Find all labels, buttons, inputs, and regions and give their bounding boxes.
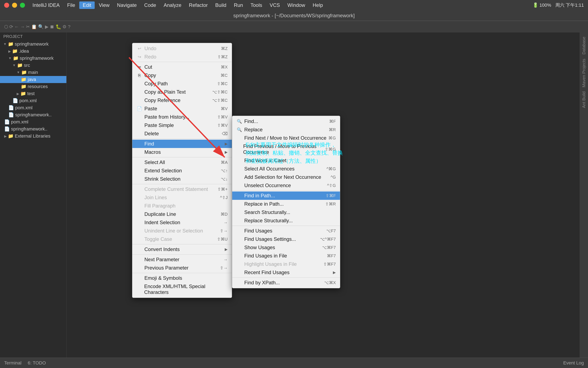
menu-item-unindent-line[interactable]: Unindent Line or Selection ⇧→	[132, 227, 232, 235]
close-button[interactable]	[4, 3, 9, 8]
menu-item-paste-history[interactable]: Paste from History... ⇧⌘V	[132, 113, 232, 121]
menu-item-indent-selection[interactable]: Indent Selection →	[132, 218, 232, 227]
sidebar-item-main[interactable]: ▼ 📁 main	[0, 69, 66, 76]
menu-item-copy[interactable]: ⎘ Copy ⌘C	[132, 71, 232, 80]
sidebar-item-springframework2[interactable]: ▼ 📁 springframework	[0, 55, 66, 62]
sidebar-item-src[interactable]: ▼ 📁 src	[0, 62, 66, 69]
menu-item-select-all[interactable]: Select All ⌘A	[132, 158, 232, 166]
sidebar-item-springframework-iml[interactable]: 📄 springframework..	[0, 126, 66, 133]
menu-file[interactable]: File	[64, 1, 79, 9]
battery-indicator: 🔋 100%	[533, 2, 551, 8]
find-menu-item-recent-find[interactable]: Recent Find Usages ▶	[232, 268, 340, 277]
find-menu-item-find-xpath[interactable]: Find by XPath... ⌥⌘X	[232, 278, 340, 287]
maximize-button[interactable]	[20, 3, 25, 8]
shortcut-label: ⌥F7	[326, 228, 336, 233]
menu-item-copy-plain[interactable]: Copy as Plain Text ⌥⇧⌘C	[132, 88, 232, 96]
find-menu-item-next-occurrence[interactable]: Find Next / Move to Next Occurrence ⌘G	[232, 134, 340, 142]
find-menu-item-word-caret[interactable]: Find Word at Caret	[232, 156, 340, 165]
menu-build[interactable]: Build	[212, 1, 230, 9]
menu-navigate[interactable]: Navigate	[114, 1, 140, 9]
menu-run[interactable]: Run	[231, 1, 246, 9]
menu-item-toggle-case[interactable]: Toggle Case ⇧⌘U	[132, 235, 232, 243]
menu-item-macros[interactable]: Macros ▶	[132, 148, 232, 156]
shortcut-label: ⇧⌘F7	[323, 262, 336, 267]
menu-item-cut[interactable]: ✂ Cut ⌘X	[132, 63, 232, 71]
todo-label[interactable]: 6: TODO	[28, 360, 46, 366]
menu-refactor[interactable]: Refactor	[186, 1, 211, 9]
menu-analyze[interactable]: Analyze	[160, 1, 185, 9]
menu-item-convert-indents[interactable]: Convert Indents ▶	[132, 245, 232, 254]
sidebar-item-springframework-file[interactable]: 📄 springframework..	[0, 111, 66, 119]
find-menu-item-select-all-occurrences[interactable]: Select All Occurrences ^⌘G	[232, 165, 340, 173]
menu-vcs[interactable]: VCS	[266, 1, 283, 9]
menu-item-prev-parameter[interactable]: Previous Parameter ⇧→	[132, 264, 232, 272]
menu-item-encode-xml[interactable]: Encode XML/HTML Special Characters	[132, 282, 232, 296]
sidebar-item-resources[interactable]: 📁 resources	[0, 83, 66, 90]
find-menu-item-search-structurally[interactable]: Search Structurally...	[232, 208, 340, 216]
panel-database[interactable]: Database	[581, 37, 586, 55]
find-menu-item-replace[interactable]: 🔍 Replace ⌘R	[232, 126, 340, 134]
find-menu-item-find-usages[interactable]: Find Usages ⌥F7	[232, 227, 340, 235]
find-menu-item-replace-in-path[interactable]: Replace in Path... ⇧⌘R	[232, 200, 340, 208]
menu-item-redo[interactable]: ↪ Redo ⇧⌘Z	[132, 53, 232, 61]
menu-view[interactable]: View	[96, 1, 113, 9]
find-menu-item-highlight-usages[interactable]: Highlight Usages in File ⇧⌘F7	[232, 260, 340, 268]
menu-tools[interactable]: Tools	[247, 1, 265, 9]
menu-item-fill-paragraph[interactable]: Fill Paragraph	[132, 202, 232, 210]
menu-item-copy-ref[interactable]: Copy Reference ⌥⇧⌘C	[132, 96, 232, 104]
menu-item-find[interactable]: Find ▶	[132, 140, 232, 148]
menu-code[interactable]: Code	[141, 1, 159, 9]
menu-item-label: Unselect Occurrence	[244, 183, 291, 188]
shortcut-label: ⌥^⌘F7	[320, 237, 336, 242]
menu-item-label: Search Structurally...	[244, 209, 290, 215]
menu-item-label: Recent Find Usages	[244, 269, 289, 275]
sidebar-label: src	[24, 63, 30, 68]
sidebar-item-springframework-root[interactable]: ▼ 📁 springframework	[0, 41, 66, 48]
find-menu-item-prev-occurrence[interactable]: Find Previous / Move to Previous Occurre…	[232, 142, 340, 156]
menu-item-emoji[interactable]: Emoji & Symbols	[132, 274, 232, 282]
menu-edit[interactable]: Edit	[79, 1, 94, 9]
menu-intellij[interactable]: IntelliJ IDEA	[29, 1, 63, 9]
menu-item-extend-selection[interactable]: Extend Selection ⌥↑	[132, 166, 232, 175]
menu-item-label: Join Lines	[145, 195, 167, 201]
menu-item-duplicate-line[interactable]: Duplicate Line ⌘D	[132, 210, 232, 218]
menu-window[interactable]: Window	[284, 1, 308, 9]
find-menu-item-find-usages-file[interactable]: Find Usages in File ⌘F7	[232, 252, 340, 260]
menu-item-delete[interactable]: Delete ⌫	[132, 129, 232, 138]
find-menu-item-find-usages-settings[interactable]: Find Usages Settings... ⌥^⌘F7	[232, 235, 340, 243]
panel-maven[interactable]: Maven Projects	[581, 59, 586, 87]
menu-item-paste-simple[interactable]: Paste Simple ⇧⌘V	[132, 121, 232, 129]
sidebar-item-test[interactable]: ▶ 📁 test	[0, 90, 66, 97]
sidebar-item-pom2[interactable]: 📄 pom.xml	[0, 104, 66, 111]
menu-item-copy-path[interactable]: Copy Path ⇧⌘C	[132, 80, 232, 88]
sidebar-item-pom1[interactable]: 📄 pom.xml	[0, 97, 66, 104]
find-menu-item-replace-structurally[interactable]: Replace Structurally...	[232, 216, 340, 225]
menu-item-label: Toggle Case	[145, 236, 172, 242]
sidebar-item-java[interactable]: 📁 java	[0, 76, 66, 83]
terminal-label[interactable]: Terminal	[4, 360, 21, 366]
panel-ant[interactable]: Ant Build	[581, 91, 586, 108]
copy-icon: ⎘	[136, 73, 142, 78]
menu-item-label: Copy Reference	[145, 97, 181, 103]
shortcut-label: ⌘D	[221, 212, 228, 217]
menu-item-label: Select All Occurrences	[244, 166, 294, 172]
menu-item-join-lines[interactable]: Join Lines ^⇧J	[132, 193, 232, 202]
menu-item-next-parameter[interactable]: Next Parameter →	[132, 255, 232, 264]
event-log-label[interactable]: Event Log	[563, 360, 584, 366]
sidebar-item-pom3[interactable]: 📄 pom.xml	[0, 119, 66, 126]
find-menu-item-find[interactable]: 🔍 Find... ⌘F	[232, 117, 340, 126]
menu-item-label: Find	[145, 141, 154, 147]
sidebar-item-idea[interactable]: ▶ 📁 .idea	[0, 48, 66, 55]
shortcut-label: ⌘C	[221, 73, 228, 78]
find-menu-item-show-usages[interactable]: Show Usages ⌥⌘F7	[232, 243, 340, 252]
menu-item-paste[interactable]: 📄 Paste ⌘V	[132, 104, 232, 113]
menu-item-shrink-selection[interactable]: Shrink Selection ⌥↓	[132, 175, 232, 183]
menu-item-complete-statement[interactable]: Complete Current Statement ⇧⌘+	[132, 185, 232, 193]
sidebar-item-external-libs[interactable]: ▶ 📁 External Libraries	[0, 133, 66, 140]
find-menu-item-unselect[interactable]: Unselect Occurrence ^⇧G	[232, 181, 340, 190]
menu-item-undo[interactable]: ↩ Undo ⌘Z	[132, 44, 232, 53]
menu-help[interactable]: Help	[309, 1, 326, 9]
find-menu-item-add-selection-next[interactable]: Add Selection for Next Occurrence ^G	[232, 173, 340, 181]
minimize-button[interactable]	[12, 3, 17, 8]
find-menu-item-find-in-path[interactable]: Find in Path... ⇧⌘F	[232, 192, 340, 200]
